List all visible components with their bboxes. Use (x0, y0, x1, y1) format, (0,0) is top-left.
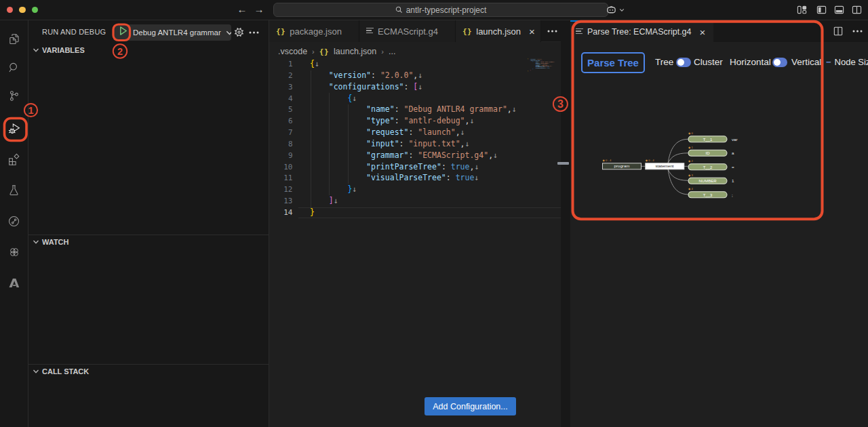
tab-overflow-button[interactable] (547, 30, 557, 33)
title-bar: ← → antlr-typescript-project (0, 0, 868, 20)
toggle-horizontal-label: Horizontal (730, 57, 771, 67)
tab-launch-json[interactable]: {} launch.json × (456, 20, 541, 42)
section-divider (28, 235, 269, 235)
debug-settings-gear-icon[interactable] (234, 27, 244, 37)
close-tab-icon[interactable]: × (529, 26, 535, 37)
zoom-window-button[interactable] (32, 7, 39, 14)
code-line[interactable]: 9 "grammar": "ECMAScript.g4",↓ (269, 150, 563, 161)
node-size-label: Node Size (835, 57, 868, 67)
toggle-cluster-label: Cluster (694, 57, 723, 67)
minimap-content: { "version": "2.0.0", "configurations": … (528, 58, 532, 71)
breadcrumb-more[interactable]: ... (389, 47, 395, 56)
line-number: 14 (269, 207, 293, 219)
code-line[interactable]: 6 "type": "antlr-debug",↓ (269, 115, 563, 127)
code-line[interactable]: 14} (269, 207, 563, 218)
toggle-knob (774, 59, 781, 66)
toggle-knob (677, 59, 685, 66)
watch-section-header[interactable]: WATCH (33, 238, 69, 246)
editor-group-sash[interactable] (561, 20, 570, 427)
toggle-primary-sidebar-icon[interactable] (816, 5, 827, 15)
command-center-search[interactable]: antlr-typescript-project (273, 3, 608, 17)
extensions-icon[interactable] (0, 146, 28, 173)
code-line[interactable]: 3 "configurations": [↓ (269, 81, 563, 93)
debug-start-button[interactable] (117, 25, 129, 37)
chevron-down-icon (33, 47, 39, 54)
live-share-icon[interactable] (0, 207, 28, 235)
line-number: 2 (269, 70, 293, 82)
sidebar-more-actions-button[interactable] (249, 31, 259, 34)
run-and-debug-sidebar: RUN AND DEBUG Debug ANTLR4 grammar VARIA… (28, 20, 269, 427)
parse-tree-tab-bar: Parse Tree: ECMAScript.g4 × (570, 20, 868, 42)
nav-back-button[interactable]: ← (236, 3, 248, 16)
editor-more-actions-button[interactable] (852, 30, 863, 33)
node-size-control[interactable]: −Node Size (826, 57, 868, 67)
close-tab-icon[interactable]: × (700, 26, 706, 38)
code-line[interactable]: 1{↓ (269, 58, 563, 70)
json-file-icon: {} (276, 27, 285, 36)
code-line[interactable]: 2 "version": "2.0.0",↓ (269, 70, 563, 81)
line-number: 11 (269, 173, 293, 184)
code-line[interactable]: 12 }↓ (269, 184, 563, 195)
debug-config-label: Debug ANTLR4 grammar (133, 28, 221, 37)
code-line[interactable]: 10 "printParseTree": true,↓ (269, 161, 563, 173)
tree-cluster-toggle[interactable] (676, 58, 691, 67)
code-line[interactable]: 13 ]↓ (269, 195, 563, 207)
run-and-debug-icon[interactable] (0, 115, 28, 142)
sash-handle[interactable] (557, 162, 569, 165)
chevron-down-icon (226, 29, 231, 37)
chevron-down-icon (33, 368, 39, 375)
node-size-minus[interactable]: − (826, 57, 831, 67)
section-divider (28, 364, 269, 365)
toggle-panel-icon[interactable] (834, 5, 844, 15)
code-line[interactable]: 5 "name": "Debug ANTLR4 grammar",↓ (269, 104, 563, 115)
tab-parse-tree[interactable]: Parse Tree: ECMAScript.g4 × (570, 20, 713, 42)
breadcrumb-folder[interactable]: .vscode (278, 47, 307, 56)
customize-layout-icon[interactable] (797, 5, 807, 15)
code-line[interactable]: 7 "request": "launch",↓ (269, 127, 563, 138)
minimap[interactable]: { "version": "2.0.0", "configurations": … (528, 58, 556, 194)
minimize-window-button[interactable] (19, 7, 26, 14)
breadcrumb[interactable]: .vscode › {} launch.json › ... (278, 45, 395, 58)
variables-section-header[interactable]: VARIABLES (33, 46, 85, 54)
line-number: 3 (269, 82, 293, 94)
code-line[interactable]: 4 {↓ (269, 93, 563, 104)
line-number: 4 (269, 94, 293, 105)
horizontal-vertical-toggle[interactable] (772, 58, 787, 67)
breadcrumb-file[interactable]: launch.json (334, 47, 376, 56)
tab-label: package.json (290, 26, 342, 37)
tab-package-json[interactable]: {} package.json (269, 20, 359, 42)
line-number: 8 (269, 139, 293, 150)
webview-icon (576, 28, 583, 35)
testing-icon[interactable] (0, 176, 28, 203)
copilot-chevron-icon[interactable] (619, 7, 625, 13)
json-file-icon: {} (319, 47, 329, 56)
code-editor[interactable]: 1{↓2 "version": "2.0.0",↓3 "configuratio… (269, 58, 563, 218)
chevron-down-icon (33, 239, 39, 245)
variables-label: VARIABLES (42, 46, 85, 54)
editor-tab-bar: {} package.json ECMAScript.g4 {} launch.… (269, 20, 561, 42)
a-extension-icon[interactable] (0, 269, 28, 296)
nav-forward-button[interactable]: → (253, 3, 265, 16)
code-line[interactable]: 11 "visualParseTree": true↓ (269, 172, 563, 184)
tab-label: launch.json (476, 26, 521, 37)
editor-group-json: {} package.json ECMAScript.g4 {} launch.… (269, 20, 561, 427)
parse-tree-controls: Tree Cluster Horizontal Vertical −Node S… (570, 57, 868, 68)
antlr-extension-icon[interactable] (0, 239, 28, 266)
code-line[interactable]: 8 "input": "input.txt",↓ (269, 138, 563, 150)
parse-tree-panel: Parse Tree: ECMAScript.g4 × Parse Tree T… (570, 20, 868, 427)
source-control-icon[interactable] (0, 82, 28, 109)
call-stack-section-header[interactable]: CALL STACK (33, 367, 89, 375)
sidebar-title: RUN AND DEBUG (42, 28, 106, 36)
split-editor-icon[interactable] (833, 26, 843, 36)
search-sidebar-icon[interactable] (0, 54, 28, 81)
tab-label: ECMAScript.g4 (378, 26, 438, 37)
debug-config-dropdown[interactable]: Debug ANTLR4 grammar (113, 24, 231, 41)
toggle-secondary-sidebar-icon[interactable] (852, 5, 862, 15)
close-window-button[interactable] (7, 7, 14, 14)
line-number: 9 (269, 150, 293, 162)
copilot-icon[interactable] (606, 4, 617, 16)
tab-ecmascript-g4[interactable]: ECMAScript.g4 (359, 20, 456, 42)
line-number: 5 (269, 104, 293, 116)
explorer-icon[interactable] (0, 25, 28, 52)
add-configuration-button[interactable]: Add Configuration... (425, 397, 516, 415)
